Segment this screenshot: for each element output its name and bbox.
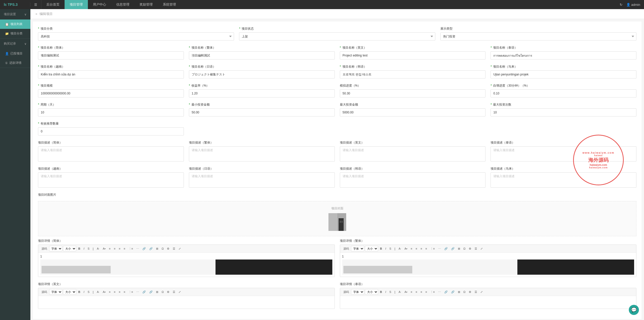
align-left-btn-english[interactable]: ≡ [108,290,112,294]
template-btn-simplified[interactable]: ☰ [171,247,177,251]
source-btn-thai[interactable]: 源码 [342,290,350,294]
input-cycle[interactable] [38,108,184,116]
table-btn-thai[interactable]: ⊞ [457,290,461,294]
input-auto-increment[interactable] [491,89,636,97]
editor-body-traditional[interactable]: 1 [340,253,636,277]
align-justify-btn-traditional[interactable]: ≡ [424,247,428,251]
menu-toggle-icon[interactable]: ☰ [30,0,41,9]
textarea-desc-english[interactable] [340,146,486,162]
align-justify-btn-english[interactable]: ≡ [122,290,126,294]
sidebar-item-project-list[interactable]: 📋 项目列表 [0,19,30,29]
textarea-desc-vietnamese[interactable] [38,172,184,188]
editor-body-thai[interactable] [340,296,636,309]
font-select-simplified[interactable]: 字体 [49,246,62,251]
sidebar-group-title-purchase[interactable]: 购买记录 ∨ [0,38,30,49]
underline-btn-simplified[interactable]: I [91,247,95,251]
list2-btn-simplified[interactable]: ⋯ [135,247,140,251]
template-btn-traditional[interactable]: ☰ [473,247,478,251]
italic-btn-thai[interactable]: I [384,290,387,294]
bold-btn-traditional[interactable]: B [379,247,383,251]
template-btn-thai[interactable]: ☰ [473,290,478,294]
sidebar-item-repayment-details[interactable]: ① 还款详情 [0,58,30,68]
select-display-type[interactable]: 热门投资 [440,32,636,41]
align-center-btn-simplified[interactable]: ≡ [113,247,117,251]
align-right-btn-english[interactable]: ≡ [118,290,122,294]
italic-btn-traditional[interactable]: I [384,247,387,251]
refresh-icon[interactable]: ↻ [620,3,622,7]
source-btn-english[interactable]: 源码 [40,290,48,294]
fullscreen-btn-thai[interactable]: ⤢ [479,290,484,294]
table-btn-english[interactable]: ⊞ [155,290,160,294]
symbol-btn-thai[interactable]: Ω [462,290,467,294]
symbol-btn-simplified[interactable]: Ω [160,247,165,251]
input-name-thai[interactable] [491,51,636,59]
size-select-traditional[interactable]: 大小 [365,246,378,251]
sidebar-item-project-category[interactable]: 📁 项目分类 [0,29,30,38]
link-btn-english[interactable]: 🔗 [141,290,147,294]
symbol-btn-traditional[interactable]: Ω [462,247,467,251]
fullscreen-btn-simplified[interactable]: ⤢ [177,247,182,251]
italic-btn-english[interactable]: I [82,290,86,294]
input-name-simplified[interactable] [38,51,184,59]
emoticon-btn-english[interactable]: ⚙ [166,290,171,294]
sidebar-group-title-project-settings[interactable]: 项目设置 ∨ [0,9,30,19]
textarea-desc-korean[interactable] [340,172,486,188]
select-project-status[interactable]: 上架 [239,32,435,41]
align-right-btn-thai[interactable]: ≡ [419,290,423,294]
input-referrals[interactable] [38,127,184,135]
font-color-btn-traditional[interactable]: A· [397,247,402,251]
strikethrough-btn-simplified[interactable]: S [86,247,91,251]
list2-btn-thai[interactable]: ⋯ [437,290,442,294]
emoticon-btn-thai[interactable]: ⚙ [467,290,473,294]
nav-item-project[interactable]: 项目管理 [65,0,88,9]
sidebar-item-invested-projects[interactable]: 👤 已投项目 [0,49,30,58]
bg-color-btn-simplified[interactable]: A▪ [102,247,107,251]
list2-btn-traditional[interactable]: ⋯ [437,247,442,251]
bg-color-btn-english[interactable]: A▪ [102,290,107,294]
size-select-english[interactable]: 大小 [63,289,76,295]
align-center-btn-thai[interactable]: ≡ [414,290,418,294]
fullscreen-btn-english[interactable]: ⤢ [177,290,182,294]
link-btn-thai[interactable]: 🔗 [443,290,449,294]
fullscreen-btn-traditional[interactable]: ⤢ [479,247,484,251]
table-btn-traditional[interactable]: ⊞ [457,247,461,251]
nav-item-info[interactable]: 信息管理 [111,0,134,9]
textarea-desc-simplified[interactable] [38,146,184,162]
input-profit-rate[interactable] [189,89,335,97]
strikethrough-btn-traditional[interactable]: S [388,247,393,251]
bold-btn-thai[interactable]: B [379,290,383,294]
strikethrough-btn-english[interactable]: S [86,290,91,294]
textarea-desc-japanese[interactable] [189,172,335,188]
nav-item-home[interactable]: 后台首页 [41,0,65,9]
align-left-btn-thai[interactable]: ≡ [409,290,414,294]
strikethrough-btn-thai[interactable]: S [388,290,393,294]
list-btn-traditional[interactable]: ⋮≡ [429,247,436,251]
input-max-investment-count[interactable] [491,108,636,116]
underline-btn-traditional[interactable]: I [393,247,397,251]
align-justify-btn-thai[interactable]: ≡ [424,290,428,294]
italic-btn-simplified[interactable]: I [82,247,86,251]
bold-btn-simplified[interactable]: B [77,247,82,251]
font-color-btn-simplified[interactable]: A· [95,247,101,251]
input-simulated-progress[interactable] [340,89,486,97]
underline-btn-english[interactable]: I [91,290,95,294]
nav-item-user[interactable]: 用户中心 [88,0,111,9]
editor-body-english[interactable] [38,296,335,309]
font-color-btn-english[interactable]: A· [95,290,101,294]
input-name-english[interactable] [340,51,486,59]
input-project-scale[interactable] [38,89,184,97]
list-btn-english[interactable]: ⋮≡ [127,290,134,294]
cover-upload-area[interactable]: 项目封面 [38,201,636,236]
unlink-btn-simplified[interactable]: 🔗 [148,247,154,251]
align-left-btn-traditional[interactable]: ≡ [409,247,414,251]
symbol-btn-english[interactable]: Ω [160,290,165,294]
emoticon-btn-simplified[interactable]: ⚙ [166,247,171,251]
input-name-malay[interactable] [491,70,636,78]
select-project-category[interactable]: 高科技 [38,32,234,41]
editor-body-simplified[interactable]: 1 [38,253,335,277]
textarea-desc-traditional[interactable] [189,146,335,162]
bg-color-btn-thai[interactable]: A▪ [403,290,408,294]
unlink-btn-english[interactable]: 🔗 [148,290,154,294]
textarea-desc-malay[interactable] [491,172,636,188]
font-color-btn-thai[interactable]: A· [397,290,402,294]
